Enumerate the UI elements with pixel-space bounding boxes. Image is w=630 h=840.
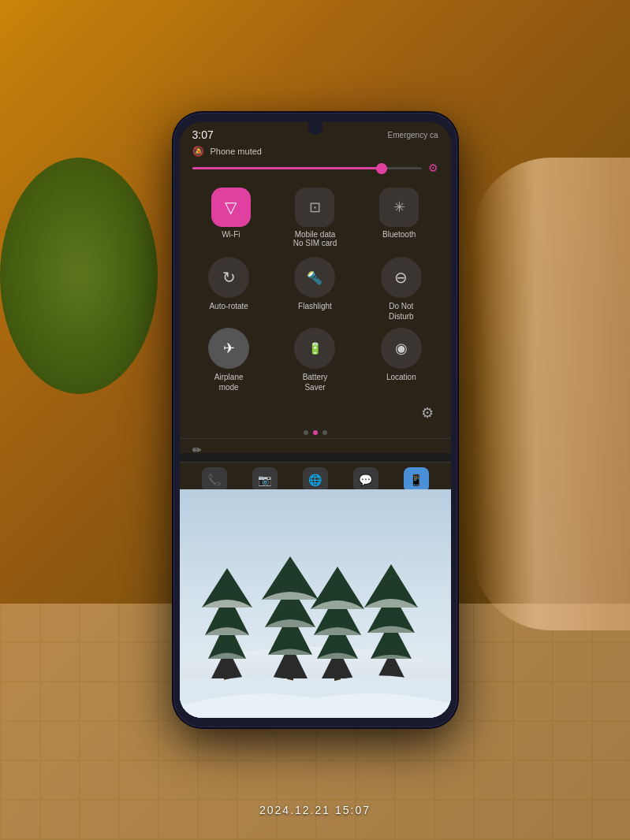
dot-3 bbox=[322, 430, 327, 435]
airplane-icon-wrap[interactable]: ✈ bbox=[208, 328, 249, 369]
mobile-label: Mobile data No SIM card bbox=[293, 230, 337, 247]
wifi-icon: ▽ bbox=[225, 198, 237, 217]
muted-row: Phone muted bbox=[180, 144, 451, 158]
background-plant bbox=[0, 158, 158, 394]
auto-rotate-icon-wrap[interactable]: ↻ bbox=[208, 257, 249, 298]
mobile-icon: ⊡ bbox=[309, 199, 321, 216]
airplane-icon: ✈ bbox=[223, 340, 235, 357]
volume-slider[interactable] bbox=[192, 167, 422, 169]
status-emergency: Emergency ca bbox=[388, 131, 438, 139]
location-icon: ◉ bbox=[395, 340, 408, 357]
tile-airplane[interactable]: ✈ Airplane mode bbox=[189, 328, 269, 392]
tile-do-not-disturb[interactable]: ⊖ Do Not Disturb bbox=[361, 257, 441, 322]
location-label: Location bbox=[386, 372, 416, 382]
phone-notch bbox=[308, 119, 323, 135]
tile-flashlight[interactable]: 🔦 Flashlight bbox=[275, 257, 355, 322]
wifi-label: Wi-Fi bbox=[222, 230, 240, 239]
mobile-icon-wrap[interactable]: ⊡ bbox=[295, 188, 334, 227]
phone-screen: 3:07 Emergency ca Phone muted ⚙ bbox=[180, 122, 451, 718]
volume-thumb[interactable] bbox=[376, 163, 387, 174]
dnd-label: Do Not Disturb bbox=[389, 301, 414, 322]
tile-wifi[interactable]: ▽ Wi-Fi bbox=[196, 188, 267, 247]
volume-row: ⚙ bbox=[180, 158, 451, 181]
dot-2 bbox=[313, 430, 318, 435]
battery-icon: 🔋 bbox=[308, 342, 322, 355]
qs-bottom-bar: ⚙ bbox=[180, 399, 451, 427]
timestamp-label: 2024.12.21 15:07 bbox=[259, 804, 371, 816]
qs-tiles-top-row: ▽ Wi-Fi ⊡ Mobile data No SIM card ✳ bbox=[180, 181, 451, 254]
phone-frame: 3:07 Emergency ca Phone muted ⚙ bbox=[173, 113, 457, 727]
auto-rotate-icon: ↻ bbox=[222, 268, 236, 287]
dnd-icon: ⊖ bbox=[394, 268, 408, 287]
tile-bluetooth[interactable]: ✳ Bluetooth bbox=[363, 188, 434, 247]
location-icon-wrap[interactable]: ◉ bbox=[381, 328, 422, 369]
bluetooth-icon-wrap[interactable]: ✳ bbox=[379, 188, 419, 227]
battery-label: Battery Saver bbox=[303, 372, 328, 392]
tile-auto-rotate[interactable]: ↻ Auto-rotate bbox=[189, 257, 269, 322]
background-hand bbox=[472, 158, 630, 630]
auto-rotate-label: Auto-rotate bbox=[209, 301, 248, 311]
battery-icon-wrap[interactable]: 🔋 bbox=[294, 328, 335, 369]
status-time: 3:07 bbox=[192, 128, 214, 141]
bluetooth-label: Bluetooth bbox=[382, 230, 416, 239]
qs-tiles-row2: ↻ Auto-rotate 🔦 Flashlight ⊖ bbox=[180, 254, 451, 328]
muted-icon bbox=[192, 146, 204, 157]
snow-scene bbox=[180, 489, 451, 718]
dnd-icon-wrap[interactable]: ⊖ bbox=[381, 257, 422, 298]
tile-location[interactable]: ◉ Location bbox=[361, 328, 441, 392]
tile-battery-saver[interactable]: 🔋 Battery Saver bbox=[275, 328, 355, 392]
wallpaper-area bbox=[180, 489, 451, 718]
muted-label: Phone muted bbox=[211, 147, 262, 156]
phone-container: 3:07 Emergency ca Phone muted ⚙ bbox=[173, 113, 457, 727]
dots-indicator bbox=[180, 427, 451, 438]
airplane-label: Airplane mode bbox=[214, 372, 244, 392]
settings-button[interactable]: ⚙ bbox=[416, 402, 438, 424]
edit-icon[interactable]: ✏ bbox=[192, 444, 202, 457]
flashlight-label: Flashlight bbox=[298, 301, 332, 311]
snow-scene-svg bbox=[180, 489, 451, 718]
flashlight-icon-wrap[interactable]: 🔦 bbox=[294, 257, 335, 298]
edit-bar: ✏ bbox=[180, 438, 451, 462]
volume-icon: ⚙ bbox=[428, 162, 438, 175]
qs-tiles-row3: ✈ Airplane mode 🔋 Battery Saver ◉ bbox=[180, 328, 451, 399]
bluetooth-icon: ✳ bbox=[393, 199, 405, 216]
tile-mobile-data[interactable]: ⊡ Mobile data No SIM card bbox=[279, 188, 350, 247]
quick-settings-panel: 3:07 Emergency ca Phone muted ⚙ bbox=[180, 122, 451, 453]
flashlight-icon: 🔦 bbox=[307, 270, 322, 285]
wifi-icon-wrap[interactable]: ▽ bbox=[211, 188, 251, 227]
dot-1 bbox=[304, 430, 308, 435]
